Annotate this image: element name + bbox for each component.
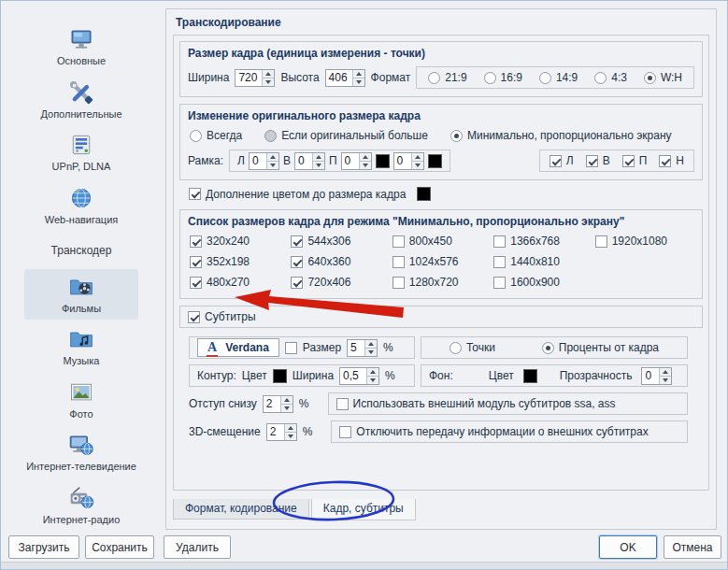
tab-format-encoding[interactable]: Формат, кодирование [173, 499, 309, 520]
disable-info-box: Отключить передачу информации о внешних … [331, 420, 688, 443]
globe-icon [68, 185, 94, 211]
size-checkbox[interactable]: 640x360 [291, 255, 388, 268]
size-checkbox[interactable]: 1024x576 [393, 255, 490, 268]
spin-up-button[interactable] [285, 424, 296, 433]
size-checkbox[interactable]: 720x406 [291, 276, 388, 289]
size-checkbox[interactable]: 544x306 [291, 235, 388, 248]
sidebar-item-upnp-dlna[interactable]: UPnP, DLNA [24, 127, 138, 178]
spinner-buttons [280, 396, 293, 412]
size-checkbox[interactable]: 800x450 [393, 235, 490, 248]
spin-down-button[interactable] [281, 405, 293, 412]
height-spinner[interactable]: 406 [325, 69, 365, 87]
units-radio-percent[interactable]: Проценты от кадра [542, 341, 659, 354]
spin-down-button[interactable] [285, 433, 296, 440]
delete-button[interactable]: Удалить [164, 535, 231, 559]
spin-up-button[interactable] [365, 340, 377, 349]
spinner-buttons [364, 340, 377, 356]
frame-side-check-left[interactable]: Л [550, 154, 574, 167]
spin-up-button[interactable] [267, 153, 278, 162]
spin-up-button[interactable] [353, 70, 364, 78]
radio-dot [450, 130, 463, 142]
sidebar-item-photo[interactable]: Фото [24, 375, 138, 426]
checkbox-label: 720x406 [307, 276, 350, 289]
subtitles-checkbox[interactable]: Субтитры [188, 310, 256, 323]
resize-radio-if-larger[interactable]: Если оригинальный больше [264, 129, 428, 142]
frame-side-check-bottom[interactable]: Н [659, 154, 684, 167]
spin-down-button[interactable] [267, 162, 278, 169]
offset3d-spinner[interactable]: 2 [266, 423, 297, 441]
sidebar-item-basic[interactable]: Основные [24, 21, 138, 73]
frame-top-spinner[interactable]: 0 [294, 152, 325, 170]
spin-up-button[interactable] [660, 368, 671, 377]
format-radio-4-3[interactable]: 4:3 [594, 71, 627, 84]
spin-up-button[interactable] [281, 396, 293, 405]
cancel-button[interactable]: Отмена [664, 535, 721, 559]
bg-transparency-spinner[interactable]: 0 [641, 367, 672, 385]
spin-down-button[interactable] [313, 162, 324, 169]
subtitle-font-checkbox[interactable] [285, 342, 297, 354]
spin-up-button[interactable] [367, 368, 378, 377]
frame-subtitles-tabpage: Размер кадра (единица измерения - точки)… [173, 35, 709, 491]
external-module-checkbox[interactable]: Использовать внешний модуль субтитров ss… [336, 397, 616, 410]
spin-down-button[interactable] [360, 162, 371, 169]
format-radio-w-h[interactable]: W:H [644, 71, 682, 84]
size-checkbox[interactable]: 320x240 [190, 235, 287, 248]
spin-up-button[interactable] [313, 153, 324, 162]
spinner-buttons [359, 153, 371, 169]
outline-width-spinner[interactable]: 0,5 [339, 367, 379, 385]
frame-color-swatch-2[interactable] [428, 154, 442, 168]
spin-up-button[interactable] [360, 153, 371, 162]
format-radio-21-9[interactable]: 21:9 [428, 71, 466, 84]
percent-label: % [383, 341, 393, 354]
bg-color-swatch[interactable] [523, 369, 537, 383]
ok-button[interactable]: OK [599, 535, 657, 559]
resize-radio-always[interactable]: Всегда [190, 129, 242, 142]
sidebar-item-internet-tv[interactable]: Интернет-телевидение [24, 427, 138, 478]
sidebar-item-movies[interactable]: Фильмы [24, 269, 138, 321]
spin-down-button[interactable] [660, 377, 671, 384]
frame-left-spinner[interactable]: 0 [249, 152, 279, 170]
subtitle-size-spinner[interactable]: 5 [347, 339, 378, 357]
disable-info-checkbox[interactable]: Отключить передачу информации о внешних … [339, 425, 648, 438]
resize-radio-minimal[interactable]: Минимально, пропорционально экрану [450, 129, 672, 142]
music-icon [68, 326, 94, 352]
margin-spinner[interactable]: 2 [263, 395, 293, 413]
pad-color-swatch[interactable] [417, 187, 431, 201]
frame-side-check-right[interactable]: П [622, 154, 648, 167]
size-checkbox[interactable]: 352x198 [190, 255, 287, 268]
sidebar-item-additional[interactable]: Дополнительные [24, 75, 138, 126]
spin-down-button[interactable] [353, 78, 364, 86]
tab-frame-subtitles[interactable]: Кадр, субтитры [311, 499, 416, 520]
checkbox-label: 1440x810 [510, 255, 560, 268]
format-radio-16-9[interactable]: 16:9 [484, 71, 522, 84]
save-button[interactable]: Сохранить [85, 535, 154, 559]
size-checkbox[interactable]: 1280x720 [393, 276, 490, 289]
size-checkbox[interactable]: 480x270 [190, 276, 287, 289]
spin-down-button[interactable] [367, 377, 378, 384]
monitor-icon [68, 26, 94, 52]
frame-color-swatch[interactable] [376, 154, 390, 168]
size-checkbox[interactable]: 1600x900 [493, 276, 591, 289]
load-button[interactable]: Загрузить [8, 535, 79, 559]
spin-down-button[interactable] [365, 349, 377, 356]
width-spinner[interactable]: 720 [235, 69, 275, 87]
spin-up-button[interactable] [263, 70, 274, 78]
sidebar-item-music[interactable]: Музыка [24, 321, 138, 373]
size-checkbox[interactable]: 1920x1080 [595, 235, 692, 248]
sidebar-item-web-navigation[interactable]: Web-навигация [24, 180, 138, 232]
format-radio-14-9[interactable]: 14:9 [539, 71, 578, 84]
units-radio-points[interactable]: Точки [450, 341, 495, 354]
size-checkbox[interactable]: 1440x810 [493, 255, 591, 268]
checkbox-label: 1280x720 [409, 276, 459, 289]
spin-up-button[interactable] [412, 153, 423, 162]
sidebar-item-internet-radio[interactable]: Интернет-радио [24, 480, 138, 532]
spin-down-button[interactable] [263, 78, 274, 86]
font-button[interactable]: Verdana [197, 338, 279, 357]
frame-pad-spinner[interactable]: 0 [393, 152, 424, 170]
spin-down-button[interactable] [412, 162, 423, 169]
size-checkbox[interactable]: 1366x768 [493, 235, 591, 248]
outline-color-swatch[interactable] [273, 369, 287, 383]
frame-right-spinner[interactable]: 0 [341, 152, 372, 170]
pad-color-checkbox[interactable]: Дополнение цветом до размера кадра [189, 188, 406, 201]
frame-side-check-top[interactable]: В [586, 154, 610, 167]
